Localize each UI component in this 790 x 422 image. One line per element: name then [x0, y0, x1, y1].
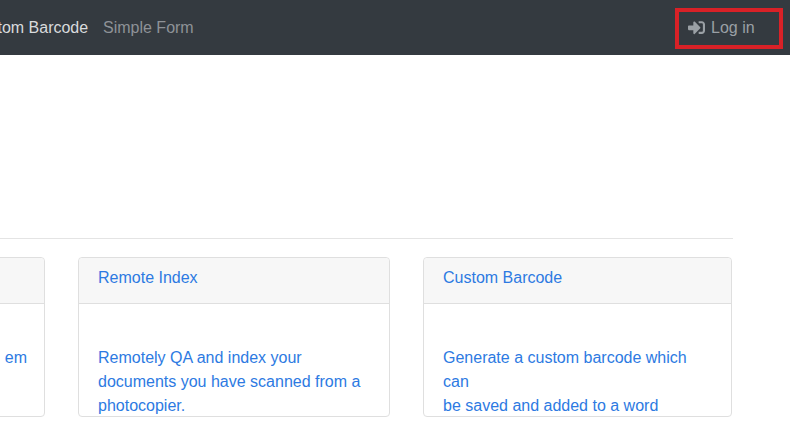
card-custom-barcode-body: Generate a custom barcode which can be s…: [424, 304, 731, 422]
login-link[interactable]: Log in: [688, 0, 755, 55]
card-custom-barcode-title-link[interactable]: Custom Barcode: [443, 269, 562, 286]
card-partial: em: [0, 257, 45, 417]
card-partial-header: [0, 258, 44, 304]
card-remote-index-body: Remotely QA and index your documents you…: [79, 304, 389, 418]
card-partial-body: em: [0, 304, 44, 370]
card-remote-index-body-link[interactable]: Remotely QA and index your documents you…: [98, 349, 360, 414]
card-remote-index: Remote Index Remotely QA and index your …: [78, 257, 390, 417]
card-remote-index-title-link[interactable]: Remote Index: [98, 269, 198, 286]
card-custom-barcode-body-link[interactable]: Generate a custom barcode which can be s…: [443, 349, 687, 422]
section-divider: [0, 238, 733, 239]
nav-item-simple-form[interactable]: Simple Form: [103, 0, 194, 55]
card-partial-body-link[interactable]: em: [5, 349, 27, 366]
navbar: Custom Barcode Simple Form Log in: [0, 0, 790, 55]
card-custom-barcode: Custom Barcode Generate a custom barcode…: [423, 257, 732, 417]
page: Custom Barcode Simple Form Log in em Rem…: [0, 0, 790, 422]
card-custom-barcode-header: Custom Barcode: [424, 258, 731, 304]
login-label: Log in: [711, 19, 755, 37]
nav-item-custom-barcode[interactable]: Custom Barcode: [0, 0, 88, 55]
sign-in-icon: [688, 19, 705, 36]
card-remote-index-header: Remote Index: [79, 258, 389, 304]
